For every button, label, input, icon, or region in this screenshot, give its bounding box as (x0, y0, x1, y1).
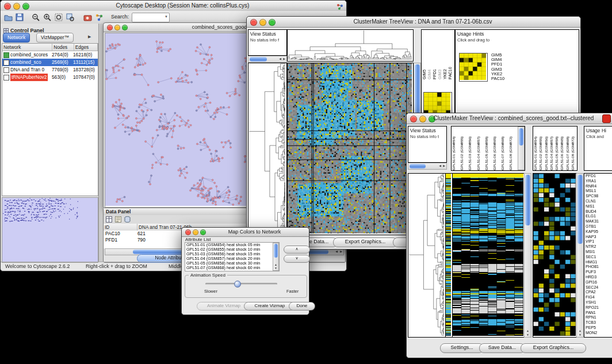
treeview1-titlebar[interactable]: ClusterMaker TreeView : DNA and Tran 07-… (247, 17, 580, 28)
gene-label[interactable]: ELG1 (584, 214, 612, 219)
minimize-button[interactable] (13, 3, 20, 10)
move-down-button[interactable]: ∨ (284, 255, 310, 263)
column-dendrogram-panel[interactable] (287, 29, 414, 62)
gene-label[interactable]: SPC98 (584, 194, 612, 199)
attribute-cylinder-icon[interactable] (124, 216, 131, 223)
scrollbar-thumb[interactable] (250, 57, 267, 62)
zoom-heatmap-vscrollbar[interactable]: ▲▼ (576, 173, 584, 338)
column-label[interactable]: GPL51-03 (GSM856) (544, 127, 549, 170)
main-titlebar[interactable]: Cytoscape Desktop (Session Name: collins… (1, 1, 346, 12)
main-heatmap-panel[interactable] (452, 173, 525, 338)
attribute-item[interactable]: GPL51-07 (GSM868) heat shock 60 min (185, 266, 279, 270)
animate-vizmap-button[interactable]: Animate Vizmap (197, 302, 251, 311)
header-network[interactable]: Network (2, 44, 52, 51)
move-up-button[interactable]: ∧ (284, 246, 310, 254)
gene-label[interactable]: MSI1 (584, 250, 612, 255)
column-label-vscrollbar[interactable] (518, 127, 525, 170)
zoom-region-icon[interactable] (65, 12, 75, 22)
column-label[interactable]: GPL51-01 (GSM854) (452, 127, 460, 170)
gene-label[interactable]: PAN1 (584, 311, 612, 316)
view-status-hscrollbar[interactable]: ◀▶ (408, 163, 447, 170)
gene-label[interactable]: MAK31 (584, 219, 612, 224)
snapshot-icon[interactable] (82, 12, 93, 22)
treeview2-titlebar[interactable]: ClusterMaker TreeView : combined_scores_… (407, 113, 612, 124)
gene-label[interactable]: VIP1 (584, 239, 612, 244)
attribute-grid-icon[interactable] (105, 216, 113, 223)
column-label[interactable]: GPL51-06 (GSM865) (492, 127, 500, 170)
row-dendrogram-canvas[interactable] (408, 174, 444, 336)
scrollbar-thumb[interactable] (525, 175, 530, 225)
zoom-heatmap-canvas[interactable] (533, 174, 576, 336)
column-label[interactable]: GPL51-02 (GSM855) (460, 127, 468, 170)
summary-matrix-panel[interactable] (459, 53, 488, 82)
header-edges[interactable]: Edges (74, 44, 98, 51)
gene-label[interactable]: MSL1 (584, 189, 612, 194)
gene-label[interactable]: SEC1 (584, 255, 612, 260)
zoom-heatmap-panel[interactable] (533, 173, 577, 338)
minimize-button[interactable] (193, 229, 198, 235)
row-dendrogram-canvas[interactable] (248, 63, 285, 233)
gene-label[interactable]: PUF3 (584, 270, 612, 275)
network-overview[interactable] (2, 197, 98, 263)
global-heatmap-panel[interactable] (287, 63, 414, 235)
tab-vizmapper[interactable]: VizMapper™ (36, 33, 74, 43)
layout-icon[interactable] (94, 12, 104, 22)
zoom-out-icon[interactable] (30, 12, 41, 22)
combo-arrow-icon[interactable]: ▼ (165, 15, 168, 18)
column-dendrogram-canvas[interactable] (288, 30, 412, 60)
global-heatmap-canvas[interactable] (288, 63, 412, 233)
column-label[interactable]: PFD1 (433, 30, 438, 79)
column-label[interactable]: GPL51-08 (GSM872) (508, 127, 517, 170)
tab-network[interactable]: Network (3, 33, 30, 43)
column-label[interactable]: GPL51-06 (GSM865) (560, 127, 565, 170)
header-nodes[interactable]: Nodes (52, 44, 74, 51)
export-graphics-button[interactable]: Export Graphics... (333, 237, 397, 247)
scrollbar-thumb[interactable] (519, 128, 523, 145)
gene-label[interactable]: SEC24 (584, 285, 612, 290)
gene-label[interactable]: BUD4 (584, 209, 612, 214)
gene-label[interactable]: FIG4 (584, 295, 612, 300)
save-session-icon[interactable] (14, 12, 25, 22)
column-label[interactable]: YKE2 (443, 30, 448, 79)
gene-label[interactable]: HAP3 (584, 235, 612, 240)
minimize-button[interactable] (114, 25, 120, 30)
gene-label[interactable]: TCB3 (584, 320, 612, 325)
gene-label[interactable]: YSH1 (584, 300, 612, 305)
gene-label[interactable]: GTB1 (584, 224, 612, 229)
export-graphics-button[interactable]: Export Graphics... (521, 343, 586, 353)
gene-label[interactable]: PFD1 (584, 174, 612, 179)
network-row-alert[interactable]: tRNAPuberNov2 563(0) 107847(0) (2, 74, 98, 81)
column-label[interactable]: GPL51-04 (GSM857) (476, 127, 484, 170)
header-id[interactable]: ID (104, 224, 137, 231)
column-label[interactable]: GPL51-08 (GSM872) (571, 127, 576, 170)
gene-label[interactable]: RNR4 (584, 184, 612, 189)
close-button[interactable] (185, 229, 191, 235)
zoom-button[interactable] (200, 229, 206, 235)
gene-label[interactable]: CLN1 (584, 199, 612, 204)
zoom-in-icon[interactable] (42, 12, 52, 22)
done-button[interactable]: Done (289, 302, 315, 311)
scrollbar-thumb[interactable] (577, 175, 583, 244)
column-label[interactable]: GPL51-03 (GSM856) (468, 127, 476, 170)
attribute-list-vscrollbar[interactable]: ▲▼ (273, 243, 279, 271)
column-label[interactable]: GIM5 (422, 30, 427, 79)
settings-button[interactable]: Settings... (440, 343, 484, 353)
gene-label[interactable]: NTR2 (584, 244, 612, 250)
close-button[interactable] (410, 116, 417, 122)
gene-label[interactable]: HMG1 (584, 260, 612, 265)
zoom-fit-icon[interactable] (53, 12, 64, 22)
gene-label[interactable]: RPO21 (584, 305, 612, 311)
network-row[interactable]: DNA and Tran 0 7769(0) 183728(0) (2, 66, 98, 74)
scrollbar-thumb[interactable] (274, 244, 278, 258)
save-data-button[interactable]: Save Data... (479, 343, 525, 353)
main-heatmap-vscrollbar[interactable]: ▲▼ (524, 173, 531, 338)
animation-speed-slider-thumb[interactable] (234, 281, 241, 288)
view-status-hscrollbar[interactable]: ◀▶ (248, 56, 287, 63)
network-row-selected[interactable]: combined_sco 2569(6) 13112(15) (2, 59, 98, 66)
gene-label[interactable]: PHO81 (584, 265, 612, 270)
column-label[interactable]: GIM4 (427, 30, 433, 79)
animation-speed-slider-track[interactable] (205, 283, 277, 285)
column-label[interactable]: PAC10 (448, 30, 453, 79)
column-label[interactable]: GPL51-02 (GSM855) (538, 127, 544, 170)
column-label[interactable]: GPL51-07 (GSM868) (565, 127, 571, 170)
